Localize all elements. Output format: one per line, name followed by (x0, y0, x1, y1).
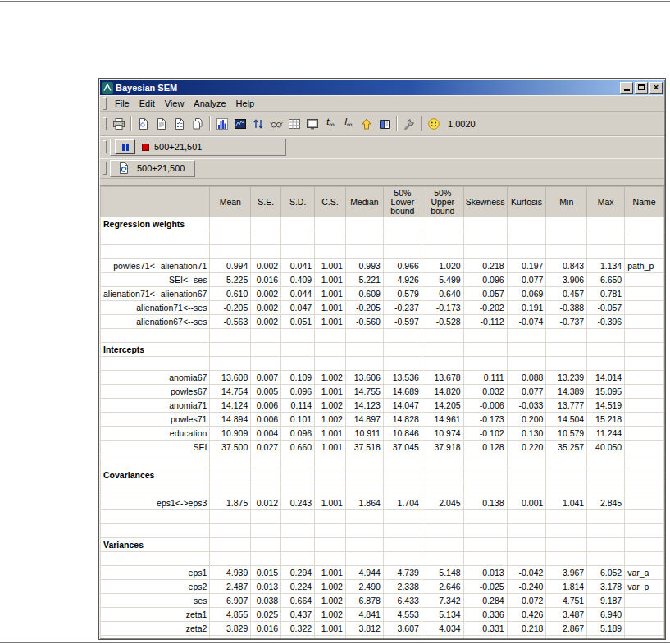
refresh-button[interactable] (115, 161, 133, 176)
value-cell (507, 329, 546, 343)
spectacles-button[interactable] (267, 115, 285, 133)
value-cell: -0.006 (463, 399, 507, 413)
row-label: Intercepts (101, 343, 210, 357)
value-cell: 1.001 (315, 301, 346, 315)
value-cell (383, 524, 422, 538)
blank-row (101, 329, 664, 343)
table-row[interactable]: powles71<--alienation710.9940.0020.0411.… (101, 259, 664, 273)
maximize-button[interactable] (635, 82, 648, 94)
name-cell (625, 245, 664, 259)
name-cell (625, 329, 664, 343)
row-label: powles67 (101, 385, 210, 399)
value-cell: 0.322 (281, 622, 315, 636)
name-cell (625, 385, 664, 399)
histogram-button[interactable] (213, 115, 231, 133)
value-cell: 5.225 (210, 273, 251, 287)
value-cell: 14.014 (587, 371, 625, 385)
value-cell (587, 482, 625, 496)
table-row[interactable]: anomia7114.1240.0060.1141.00214.12314.04… (101, 399, 664, 413)
table-row[interactable]: ses6.9070.0380.6641.0026.8786.4337.3420.… (101, 594, 664, 608)
t-infinity-button[interactable]: t∞ (321, 115, 340, 133)
trace-button[interactable] (231, 115, 249, 133)
refresh-grip[interactable] (103, 162, 107, 175)
row-label (101, 510, 210, 524)
menu-analyze[interactable]: Analyze (189, 98, 230, 109)
table-row[interactable]: education10.9090.0040.0961.00110.91110.8… (101, 427, 664, 441)
value-cell (210, 357, 251, 371)
checklist-button[interactable] (171, 115, 189, 133)
value-cell: 0.218 (507, 622, 546, 636)
value-cell: 1.001 (315, 273, 346, 287)
print-button[interactable] (110, 115, 128, 133)
value-cell: 0.038 (251, 594, 281, 608)
menu-grip[interactable] (103, 97, 107, 110)
table-row[interactable]: eps14.9390.0150.2941.0014.9444.7395.1480… (101, 566, 664, 580)
value-cell: 10.909 (210, 427, 251, 441)
value-cell: 0.331 (463, 622, 507, 636)
smiley-button[interactable] (425, 115, 443, 133)
row-label (101, 357, 210, 371)
menu-file[interactable]: File (110, 98, 134, 109)
value-cell (463, 329, 507, 343)
value-cell (507, 343, 546, 357)
value-cell (281, 510, 315, 524)
table-row[interactable]: SEI<--ses5.2250.0160.4091.0015.2214.9265… (101, 273, 664, 287)
value-cell (315, 454, 346, 468)
name-cell (625, 287, 664, 301)
menu-help[interactable]: Help (231, 98, 260, 109)
table-row[interactable]: powles6714.7540.0050.0961.00114.75514.68… (101, 385, 664, 399)
pause-button[interactable] (115, 139, 135, 154)
value-cell (587, 217, 625, 231)
value-cell: 0.220 (507, 441, 546, 454)
row-label: eps1<->eps3 (101, 496, 210, 510)
name-cell (625, 217, 664, 231)
minimize-button[interactable] (620, 82, 633, 94)
up-arrow-button[interactable] (358, 115, 376, 133)
close-button[interactable]: × (649, 82, 663, 94)
table-row[interactable]: powles7114.8940.0060.1011.00214.89714.82… (101, 413, 664, 427)
document-button[interactable] (153, 115, 171, 133)
wrench-button[interactable] (400, 115, 418, 133)
title-bar[interactable]: Bayesian SEM × (100, 80, 664, 95)
value-cell: -0.240 (507, 580, 546, 594)
value-cell: 2.867 (546, 622, 587, 636)
toolbar-grip[interactable] (103, 117, 107, 130)
table-row[interactable]: alienation67<--ses-0.5630.0020.0511.001-… (101, 315, 664, 329)
copy-button[interactable] (189, 115, 207, 133)
l-infinity-button[interactable]: l∞ (340, 115, 358, 133)
value-cell (210, 552, 251, 566)
value-cell: 2.774 (345, 636, 383, 639)
section-row: Variances (101, 538, 664, 552)
table-row[interactable]: alienation71<--alienation670.6100.0020.0… (101, 287, 664, 301)
book-button[interactable] (376, 115, 394, 133)
value-cell: 0.109 (281, 371, 315, 385)
menu-view[interactable]: View (160, 98, 189, 109)
table-row[interactable]: SEI37.5000.0270.6601.00137.51837.04537.9… (101, 441, 664, 454)
table-row[interactable]: delta12.7780.0270.4971.0012.7742.4443.13… (101, 636, 664, 639)
table-row[interactable]: anomia6713.6080.0070.1091.00213.60613.53… (101, 371, 664, 385)
table-row[interactable]: alienation71<--ses-0.2050.0020.0471.001-… (101, 301, 664, 315)
value-cell (507, 245, 546, 259)
value-cell: 14.389 (546, 385, 587, 399)
value-cell: 14.519 (587, 399, 625, 413)
double-arrow-button[interactable] (249, 115, 267, 133)
table-row[interactable]: eps1<->eps31.8750.0120.2431.0011.8641.70… (101, 496, 664, 510)
value-cell: 3.829 (210, 622, 251, 636)
value-cell (587, 357, 625, 371)
name-cell (625, 371, 664, 385)
table-row[interactable]: zeta14.8550.0250.4371.0024.8414.5535.134… (101, 608, 664, 622)
sampling-grip[interactable] (103, 140, 107, 153)
value-cell: 6.907 (210, 594, 251, 608)
menu-edit[interactable]: Edit (134, 98, 160, 109)
table-row[interactable]: eps22.4870.0130.2241.0022.4902.3382.646-… (101, 580, 664, 594)
value-cell (251, 357, 281, 371)
grid-button[interactable] (285, 115, 303, 133)
close-icon: × (654, 83, 659, 92)
app-icon (102, 82, 113, 94)
page-button[interactable] (134, 115, 153, 133)
value-cell (210, 245, 251, 259)
results-table-container[interactable]: MeanS.E.S.D.C.S.Median50% Lower bound50%… (100, 185, 664, 638)
value-cell (463, 217, 507, 231)
table-row[interactable]: zeta23.8290.0160.3221.0013.8123.6074.034… (101, 622, 664, 636)
display-button[interactable] (303, 115, 321, 133)
